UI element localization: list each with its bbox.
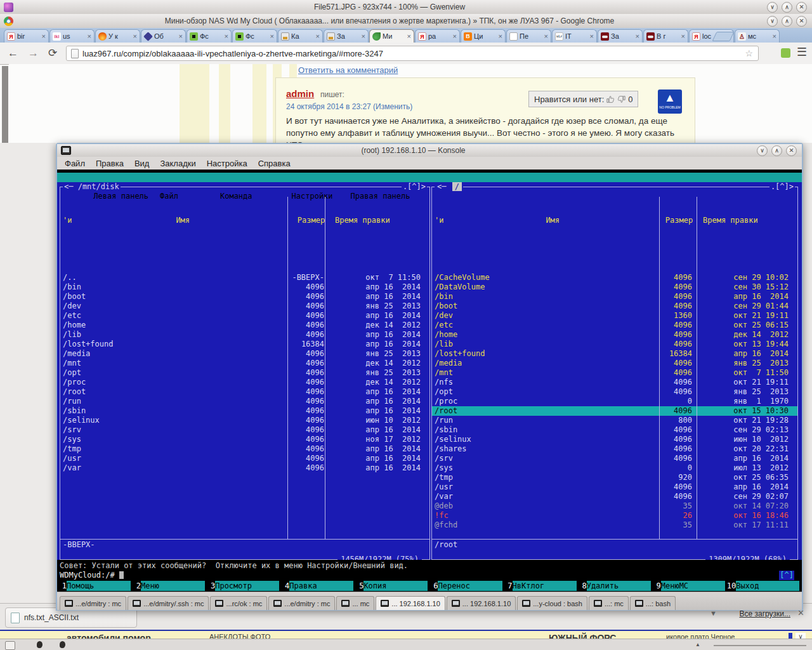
file-row[interactable]: /bin 4096 апр 16 2014: [432, 292, 797, 302]
browser-tab[interactable]: ♙ мс ×: [735, 29, 780, 43]
col-size[interactable]: Размер: [294, 216, 329, 225]
menu-item[interactable]: Закладки: [160, 159, 195, 168]
konsole-tab[interactable]: ...y-cloud : bash: [517, 596, 587, 610]
function-key[interactable]: 8 Удалить: [579, 581, 651, 591]
tab-close-icon[interactable]: ×: [544, 32, 548, 40]
tab-close-icon[interactable]: ×: [88, 32, 91, 40]
sidebar-toggle-icon[interactable]: [5, 641, 15, 650]
file-row[interactable]: /etc 4096 окт 25 06:15: [432, 321, 797, 330]
thumb-down-icon[interactable]: [617, 95, 625, 103]
konsole-titlebar[interactable]: (root) 192.168.1.10 — Konsole ∨ ∧ ✕: [57, 144, 802, 157]
browser-tab[interactable]: sLr IT ×: [552, 29, 597, 43]
browser-tab[interactable]: В г ×: [643, 29, 688, 43]
thumb-up-icon[interactable]: [606, 95, 615, 103]
file-row[interactable]: /etc 4096 апр 16 2014: [60, 311, 429, 321]
browser-tab[interactable]: iki us ×: [49, 29, 95, 43]
file-row[interactable]: /.. -ВВЕРХ- окт 7 11:50: [60, 273, 429, 282]
file-row[interactable]: /bin 4096 апр 16 2014: [60, 282, 429, 292]
function-key[interactable]: 6 Перенос: [429, 581, 502, 591]
close-icon[interactable]: ✕: [796, 2, 807, 13]
col-size[interactable]: Размер: [662, 216, 697, 225]
file-row[interactable]: /sys 0 июл 13 2012: [432, 463, 797, 473]
function-key[interactable]: 4 Правка: [281, 581, 353, 591]
browser-tab[interactable]: Я ра ×: [415, 29, 460, 43]
back-icon[interactable]: ←: [8, 46, 18, 61]
comment-date-link[interactable]: 24 октября 2014 в 23:27 (Изменить): [286, 102, 412, 111]
bookmark-star-icon[interactable]: ☆: [745, 48, 753, 58]
file-row[interactable]: /CacheVolume 4096 сен 29 10:02: [432, 273, 797, 282]
tab-close-icon[interactable]: ×: [407, 32, 411, 40]
chrome-menu-icon[interactable]: ☰: [797, 45, 807, 59]
tab-close-icon[interactable]: ×: [499, 32, 502, 40]
browser-tab[interactable]: Ка ×: [278, 29, 323, 43]
file-row[interactable]: /root 4096 окт 15 10:30: [432, 406, 797, 416]
forward-icon[interactable]: →: [28, 46, 39, 61]
function-key[interactable]: 10 Выход: [727, 581, 799, 591]
tab-close-icon[interactable]: ×: [773, 32, 776, 40]
file-row[interactable]: /proc 4096 дек 14 2012: [60, 378, 429, 387]
file-row[interactable]: /dev 1360 окт 21 19:11: [432, 311, 797, 321]
browser-tab[interactable]: Пе ×: [506, 29, 551, 43]
browser-tab[interactable]: Фс ×: [232, 29, 277, 43]
maximize-icon[interactable]: ∧: [782, 16, 792, 27]
sort-mark[interactable]: 'и: [435, 216, 443, 225]
minimize-icon[interactable]: ∨: [757, 145, 768, 156]
file-row[interactable]: @fchd 35 окт 17 11:11: [432, 521, 797, 530]
function-key[interactable]: 1 Помощь: [58, 581, 131, 591]
sort-mark[interactable]: 'и: [63, 216, 72, 225]
tab-close-icon[interactable]: ×: [42, 32, 46, 40]
maximize-icon[interactable]: ∧: [771, 145, 782, 156]
file-row[interactable]: /selinux 4096 июн 10 2012: [60, 416, 429, 425]
file-row[interactable]: /tmp 4096 апр 16 2014: [60, 444, 429, 454]
browser-tab[interactable]: За ×: [598, 29, 643, 43]
close-icon[interactable]: ✕: [786, 145, 797, 156]
konsole-tab[interactable]: ... 192.168.1.10: [447, 596, 516, 610]
function-key[interactable]: 5 Копия: [355, 581, 428, 591]
browser-tab[interactable]: Ми ×: [369, 29, 414, 43]
col-time[interactable]: Время правки: [329, 216, 429, 225]
droplet-icon[interactable]: [37, 641, 43, 648]
maximize-icon[interactable]: ∧: [782, 2, 792, 13]
konsole-tab[interactable]: ...e/dmitry/.ssh : mc: [128, 596, 209, 610]
tab-close-icon[interactable]: ×: [453, 32, 457, 40]
file-row[interactable]: !fc 26 окт 16 18:46: [432, 511, 797, 521]
terminal[interactable]: Левая панельФайлКомандаНастройкиПравая п…: [57, 171, 802, 592]
file-row[interactable]: /srv 4096 апр 16 2014: [432, 454, 797, 463]
col-name[interactable]: Имя: [176, 216, 190, 225]
file-row[interactable]: @deb 35 окт 14 07:20: [432, 501, 797, 511]
file-row[interactable]: /usr 4096 апр 16 2014: [432, 482, 797, 492]
tab-close-icon[interactable]: ×: [681, 32, 685, 40]
panel-corner[interactable]: .[^]>: [769, 182, 795, 192]
file-row[interactable]: /boot 4096 апр 16 2014: [60, 292, 429, 302]
konsole-tab[interactable]: ... 192.168.1.10: [376, 596, 445, 610]
file-row[interactable]: /media 4096 янв 25 2013: [432, 359, 797, 368]
konsole-tab[interactable]: ...e/dmitry : mc: [60, 596, 126, 610]
file-row[interactable]: /home 4096 дек 14 2012: [60, 321, 429, 330]
konsole-tab[interactable]: ...: bash: [630, 596, 676, 610]
file-row[interactable]: /lost+found 16384 апр 16 2014: [60, 340, 429, 349]
browser-tab[interactable]: Фс ×: [187, 29, 232, 43]
panel-path[interactable]: /: [452, 182, 462, 191]
file-row[interactable]: /mnt 4096 дек 14 2012: [60, 359, 429, 368]
konsole-tab[interactable]: ...e/dmitry : mc: [268, 596, 335, 610]
plugin-icon[interactable]: [781, 48, 790, 58]
file-row[interactable]: /shares 4096 окт 20 22:31: [432, 444, 797, 454]
reply-link[interactable]: Ответить на комментарий: [298, 65, 398, 75]
minimize-icon[interactable]: ∨: [767, 16, 778, 27]
file-row[interactable]: /srv 4096 апр 16 2014: [60, 425, 429, 435]
file-row[interactable]: /boot 4096 сен 29 01:44: [432, 302, 797, 311]
file-row[interactable]: /run 4096 апр 16 2014: [60, 397, 429, 406]
browser-tab[interactable]: B Ци ×: [461, 29, 506, 43]
function-key[interactable]: 3 Просмотр: [207, 581, 279, 591]
tab-close-icon[interactable]: ×: [225, 32, 228, 40]
function-key[interactable]: 9 МенюМС: [653, 581, 725, 591]
file-row[interactable]: /selinux 4096 июн 10 2012: [432, 435, 797, 444]
tab-close-icon[interactable]: ×: [590, 32, 594, 40]
file-row[interactable]: /sbin 4096 сен 29 02:13: [432, 425, 797, 435]
file-row[interactable]: /home 4096 дек 14 2012: [432, 330, 797, 340]
konsole-tab[interactable]: ...: mc: [589, 596, 629, 610]
file-row[interactable]: /media 4096 янв 25 2013: [60, 349, 429, 359]
file-row[interactable]: /var 4096 апр 16 2014: [60, 463, 429, 473]
file-row[interactable]: /usr 4096 апр 16 2014: [60, 454, 429, 463]
panel-corner[interactable]: .[^]>: [402, 182, 427, 192]
